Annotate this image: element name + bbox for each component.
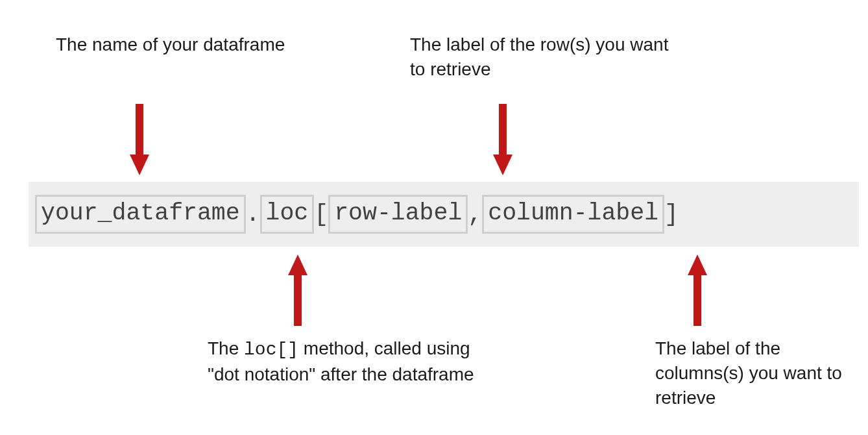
code-token-loc: loc [260, 195, 315, 234]
svg-marker-6 [688, 255, 707, 275]
annot-row-label: The label of the row(s) you want to retr… [410, 32, 682, 82]
svg-marker-4 [288, 255, 307, 275]
code-token-dot: . [246, 201, 260, 228]
code-expression: your_dataframe . loc [ row-label , colum… [29, 182, 859, 247]
arrow-down-icon [493, 104, 512, 175]
annot-dataframe-name: The name of your dataframe [56, 32, 289, 57]
code-token-comma: , [468, 201, 482, 228]
code-token-dataframe: your_dataframe [35, 195, 246, 234]
arrow-up-icon [288, 255, 307, 326]
annot-loc-method: The loc[] method, called using "dot nota… [208, 336, 493, 387]
annot-loc-pre: The [208, 338, 244, 358]
code-token-open-bracket: [ [314, 201, 328, 228]
code-token-close-bracket: ] [664, 201, 679, 228]
annot-column-label: The label of the columns(s) you want to … [655, 336, 850, 410]
annot-loc-code: loc[] [244, 340, 298, 360]
svg-marker-3 [493, 155, 512, 175]
code-token-column-label: column-label [482, 195, 664, 234]
code-token-row-label: row-label [328, 195, 468, 234]
svg-marker-1 [130, 155, 149, 175]
arrow-up-icon [688, 255, 707, 326]
arrow-down-icon [130, 104, 149, 175]
